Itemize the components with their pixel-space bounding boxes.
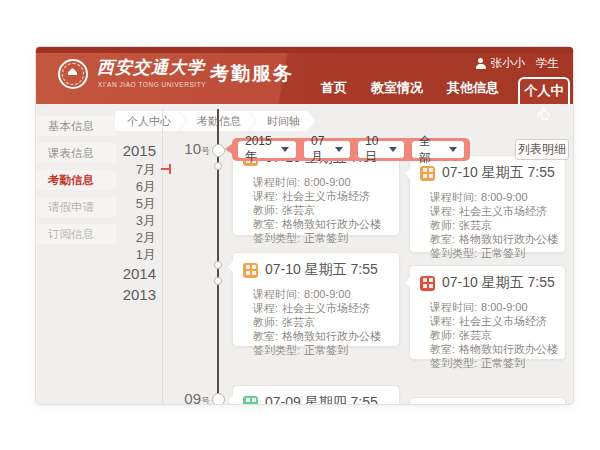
timeline-entry[interactable]: 5月 [82,195,156,212]
chevron-down-icon [389,147,397,152]
app-title: 考勤服务 [210,61,294,87]
card-date-title: 07-10 星期五 7:55 [442,164,555,182]
chevron-down-icon [281,147,289,152]
chevron-down-icon [449,147,457,152]
user-name: 张小小 [491,56,526,71]
room-row: 教室:格物致知行政办公楼 [253,329,389,343]
breadcrumb-item[interactable]: 个人中心 [115,111,186,131]
breadcrumb: 个人中心考勤信息时间轴 [115,111,315,131]
nav-item[interactable]: 其他信息 [447,79,499,97]
chevron-down-icon [335,147,343,152]
course-time-row: 课程时间:8:00-9:00 [430,190,555,204]
room-row: 教室:格物致知行政办公楼 [430,232,555,246]
timeline-node [212,144,225,157]
type-dropdown[interactable]: 全部 [412,141,464,158]
status-icon-orange [420,166,435,181]
card-header: 07-10 星期五 7:55 [420,274,555,292]
sign-type-row: 签到类型:正常签到 [430,246,555,260]
attendance-card: 07-09 星期四 7:55 [232,385,400,404]
card-header: 07-10 星期五 7:55 [243,261,389,279]
nav-item[interactable]: 教室情况 [371,79,423,97]
month-dropdown[interactable]: 07月 [304,141,350,158]
university-logo-icon [58,59,88,89]
timeline-node [214,277,222,285]
status-icon-red [420,276,435,291]
app-header: 西安交通大学 XI'AN JIAO TONG UNIVERSITY 考勤服务 张… [36,47,573,104]
course-time-row: 课程时间:8:00-9:00 [253,287,389,301]
nav-item[interactable]: 首页 [321,79,347,97]
course-name-row: 课程:社会主义市场经济 [253,189,389,203]
sign-type-row: 签到类型:正常签到 [253,343,389,357]
university-name-cn: 西安交通大学 [97,56,205,79]
card-tail [403,276,416,289]
card-header: 07-10 星期五 7:55 [420,164,555,182]
timeline-day-label-top: 10号 [174,140,210,158]
timeline-node [214,162,222,170]
course-name-row: 课程:社会主义市场经济 [253,301,389,315]
timeline-entry[interactable]: 2015 [82,140,156,161]
timeline-day-label-bottom: 09号 [174,390,210,404]
teacher-row: 教师:张芸京 [430,328,555,342]
sign-type-row: 签到类型:正常签到 [253,231,389,245]
timeline-entry[interactable]: 3月 [82,212,156,229]
card-date-title: 07-10 星期五 7:55 [265,261,378,279]
status-icon-orange [243,263,258,278]
timeline-node [214,261,222,269]
course-name-row: 课程:社会主义市场经济 [430,204,555,218]
card-date-title: 07-09 星期四 7:55 [265,394,378,404]
main-nav: 首页教室情况其他信息 [321,79,499,97]
attendance-card: 07-10 星期五 7:55 课程时间:8:00-9:00 课程:社会主义市场经… [409,155,566,253]
timeline-entry[interactable]: 6月 [82,178,156,195]
course-time-row: 课程时间:8:00-9:00 [430,300,555,314]
sidebar-item[interactable]: 基本信息 [36,116,116,136]
timeline-entry[interactable]: 1月 [82,246,156,263]
timeline-entry[interactable]: 2月 [82,229,156,246]
filter-bar: 2015年 07月 10日 全部 [232,138,470,161]
attendance-card: 07-10 星期五 7:55 课程时间:8:00-9:00 课程:社会主义市场经… [232,252,400,347]
card-tail [403,167,416,180]
room-row: 教室:格物致知行政办公楼 [430,342,555,356]
breadcrumb-item[interactable]: 时间轴 [249,111,315,131]
course-time-row: 课程时间:8:00-9:00 [253,175,389,189]
app-window: 西安交通大学 XI'AN JIAO TONG UNIVERSITY 考勤服务 张… [36,47,573,404]
attendance-card [409,397,566,404]
content-area: 基本信息课表信息考勤信息请假申请订阅信息 个人中心考勤信息时间轴 20157月6… [36,104,573,404]
card-tail [226,394,239,404]
timeline-entry[interactable]: 7月 [82,161,156,178]
timeline-entry[interactable]: 2014 [82,263,156,284]
timeline-divider [162,109,163,404]
timeline-entry[interactable]: 2013 [82,284,156,305]
header-top-strip [36,47,573,53]
sign-type-row: 签到类型:正常签到 [430,356,555,370]
teacher-row: 教师:张芸京 [253,315,389,329]
university-name-en: XI'AN JIAO TONG UNIVERSITY [98,81,206,88]
course-name-row: 课程:社会主义市场经济 [430,314,555,328]
nav-tab-personal-center[interactable]: 个人中心 [518,77,570,104]
card-date-title: 07-10 星期五 7:55 [442,274,555,292]
room-row: 教室:格物致知行政办公楼 [253,217,389,231]
attendance-card: 07-10 星期五 7:55 课程时间:8:00-9:00 课程:社会主义市场经… [409,265,566,360]
day-dropdown[interactable]: 10日 [358,141,404,158]
timeline-node [212,393,225,404]
user-role: 学生 [536,56,559,71]
card-header: 07-09 星期四 7:55 [243,394,389,404]
list-detail-button[interactable]: 列表明细 [515,139,569,160]
teacher-row: 教师:张芸京 [253,203,389,217]
user-icon [476,58,486,69]
card-tail [226,260,239,273]
teacher-row: 教师:张芸京 [430,218,555,232]
year-dropdown[interactable]: 2015年 [238,141,296,158]
status-icon-green [243,396,258,405]
user-info[interactable]: 张小小 学生 [476,56,560,71]
timeline-year-list: 20157月6月5月3月2月1月20142013 [82,140,156,305]
